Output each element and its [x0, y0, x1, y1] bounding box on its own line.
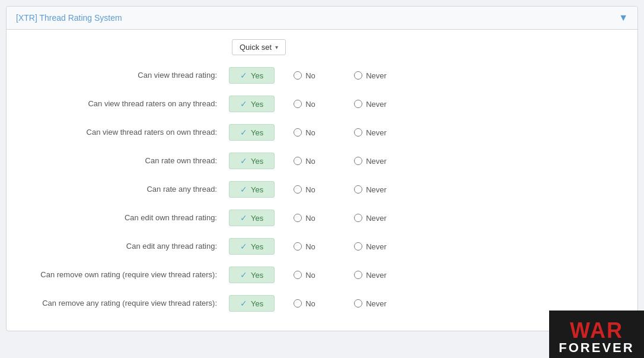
no-radio[interactable]	[294, 71, 302, 80]
no-radio[interactable]	[294, 128, 302, 137]
yes-button[interactable]: ✓Yes	[229, 67, 275, 84]
never-radio[interactable]	[354, 71, 362, 80]
permission-label: Can edit any thread rating:	[18, 241, 229, 252]
never-option[interactable]: Never	[354, 128, 396, 137]
check-icon: ✓	[240, 242, 247, 251]
no-option[interactable]: No	[294, 128, 335, 137]
yes-label: Yes	[251, 71, 263, 80]
yes-label: Yes	[251, 128, 263, 137]
yes-label: Yes	[251, 299, 263, 308]
table-row: Can remove any rating (require view thre…	[18, 293, 626, 314]
never-option[interactable]: Never	[354, 299, 396, 308]
check-icon: ✓	[240, 99, 247, 109]
no-option[interactable]: No	[294, 299, 335, 308]
yes-button[interactable]: ✓Yes	[229, 295, 275, 312]
no-option[interactable]: No	[294, 242, 335, 251]
no-radio[interactable]	[294, 271, 302, 279]
no-option[interactable]: No	[294, 214, 335, 223]
no-label: No	[305, 271, 315, 280]
table-row: Can edit any thread rating:✓YesNoNever	[18, 236, 626, 257]
yes-label: Yes	[251, 185, 263, 194]
permission-label: Can edit own thread rating:	[18, 213, 229, 223]
page-wrapper: [XTR] Thread Rating System ▼ Quick set ▾…	[0, 6, 644, 358]
permission-options: ✓YesNoNever	[229, 96, 396, 112]
panel: [XTR] Thread Rating System ▼ Quick set ▾…	[6, 6, 638, 331]
panel-body: Quick set ▾ Can view thread rating:✓YesN…	[7, 30, 637, 331]
no-label: No	[305, 71, 315, 80]
never-radio[interactable]	[354, 271, 362, 279]
never-radio[interactable]	[354, 242, 362, 251]
never-label: Never	[366, 214, 387, 223]
yes-button[interactable]: ✓Yes	[229, 238, 275, 255]
permission-label: Can view thread raters on own thread:	[18, 127, 229, 138]
yes-label: Yes	[251, 271, 263, 280]
permission-label: Can view thread rating:	[18, 70, 229, 81]
watermark: WAR FOREVER	[549, 311, 644, 358]
no-option[interactable]: No	[294, 185, 335, 194]
check-icon: ✓	[240, 299, 247, 308]
no-radio[interactable]	[294, 185, 302, 194]
no-option[interactable]: No	[294, 71, 335, 80]
never-option[interactable]: Never	[354, 157, 396, 166]
never-option[interactable]: Never	[354, 100, 396, 109]
yes-button[interactable]: ✓Yes	[229, 210, 275, 226]
never-radio[interactable]	[354, 128, 362, 137]
never-radio[interactable]	[354, 214, 362, 222]
never-option[interactable]: Never	[354, 185, 396, 194]
yes-button[interactable]: ✓Yes	[229, 181, 275, 198]
no-radio[interactable]	[294, 100, 302, 108]
yes-button[interactable]: ✓Yes	[229, 267, 275, 283]
never-radio[interactable]	[354, 299, 362, 308]
check-icon: ✓	[240, 156, 247, 166]
table-row: Can edit own thread rating:✓YesNoNever	[18, 207, 626, 229]
table-row: Can remove own rating (require view thre…	[18, 264, 626, 286]
no-option[interactable]: No	[294, 271, 335, 280]
check-icon: ✓	[240, 71, 247, 80]
never-option[interactable]: Never	[354, 242, 396, 251]
permission-options: ✓YesNoNever	[229, 238, 396, 255]
yes-button[interactable]: ✓Yes	[229, 153, 275, 169]
never-label: Never	[366, 71, 387, 80]
no-label: No	[305, 157, 315, 166]
no-radio[interactable]	[294, 299, 302, 308]
table-row: Can rate own thread:✓YesNoNever	[18, 150, 626, 172]
permissions-container: Can view thread rating:✓YesNoNeverCan vi…	[18, 65, 626, 314]
yes-button[interactable]: ✓Yes	[229, 96, 275, 112]
quick-set-label: Quick set	[240, 43, 272, 52]
watermark-war: WAR	[570, 320, 623, 341]
no-label: No	[305, 185, 315, 194]
never-label: Never	[366, 100, 387, 109]
quick-set-row: Quick set ▾	[232, 39, 626, 55]
quick-set-button[interactable]: Quick set ▾	[232, 39, 286, 55]
no-radio[interactable]	[294, 214, 302, 222]
never-option[interactable]: Never	[354, 71, 396, 80]
never-radio[interactable]	[354, 185, 362, 194]
never-radio[interactable]	[354, 100, 362, 108]
chevron-down-icon[interactable]: ▼	[619, 12, 628, 23]
permission-options: ✓YesNoNever	[229, 210, 396, 226]
never-option[interactable]: Never	[354, 214, 396, 223]
no-label: No	[305, 214, 315, 223]
yes-button[interactable]: ✓Yes	[229, 124, 275, 141]
never-label: Never	[366, 185, 387, 194]
yes-label: Yes	[251, 100, 263, 109]
never-label: Never	[366, 271, 387, 280]
never-option[interactable]: Never	[354, 271, 396, 280]
never-label: Never	[366, 128, 387, 137]
check-icon: ✓	[240, 185, 247, 194]
no-option[interactable]: No	[294, 157, 335, 166]
no-label: No	[305, 299, 315, 308]
table-row: Can rate any thread:✓YesNoNever	[18, 179, 626, 200]
never-label: Never	[366, 299, 387, 308]
never-label: Never	[366, 242, 387, 251]
never-radio[interactable]	[354, 157, 362, 165]
check-icon: ✓	[240, 270, 247, 280]
permission-options: ✓YesNoNever	[229, 153, 396, 169]
no-radio[interactable]	[294, 242, 302, 251]
no-option[interactable]: No	[294, 100, 335, 109]
yes-label: Yes	[251, 242, 263, 251]
no-radio[interactable]	[294, 157, 302, 165]
check-icon: ✓	[240, 213, 247, 223]
panel-header: [XTR] Thread Rating System ▼	[7, 7, 637, 30]
table-row: Can view thread raters on own thread:✓Ye…	[18, 122, 626, 143]
